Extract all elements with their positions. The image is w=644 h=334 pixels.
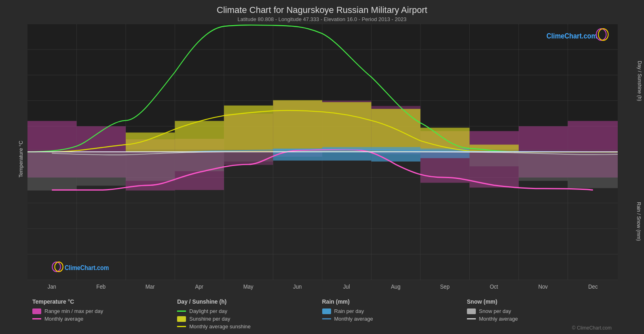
svg-text:Feb: Feb bbox=[96, 283, 106, 290]
legend-rain-avg: Monthly average bbox=[322, 316, 467, 322]
chart-svg: 50 40 30 20 10 0 -10 -20 -30 -40 -50 bbox=[27, 24, 618, 294]
svg-text:Nov: Nov bbox=[538, 283, 548, 290]
svg-rect-40 bbox=[322, 102, 371, 152]
svg-rect-36 bbox=[126, 132, 175, 152]
svg-text:Aug: Aug bbox=[391, 283, 401, 290]
legend-daylight-label: Daylight per day bbox=[189, 308, 227, 314]
chart-title: Climate Chart for Nagurskoye Russian Mil… bbox=[0, 5, 644, 15]
legend-daylight: Daylight per day bbox=[177, 308, 322, 314]
y-axis-left-title: Temperature °C bbox=[18, 140, 24, 177]
legend-snow-bar: Snow per day bbox=[467, 308, 612, 314]
watermark-top: ClimeChart.com bbox=[547, 32, 597, 40]
svg-text:Apr: Apr bbox=[195, 283, 203, 290]
svg-text:May: May bbox=[243, 283, 254, 290]
legend-snow: Snow (mm) Snow per day Monthly average ©… bbox=[467, 298, 612, 331]
chart-header: Climate Chart for Nagurskoye Russian Mil… bbox=[0, 0, 644, 24]
legend-rain-label: Rain per day bbox=[334, 308, 364, 314]
legend-snow-title: Snow (mm) bbox=[467, 298, 612, 305]
snow-bars bbox=[27, 149, 618, 280]
legend-temp-avg-line bbox=[32, 318, 41, 319]
watermark-bottom-left: ClimeChart.com bbox=[65, 264, 109, 271]
main-container: Climate Chart for Nagurskoye Russian Mil… bbox=[0, 0, 644, 334]
legend-temp-range-swatch bbox=[32, 308, 41, 314]
y-axis-right-sunshine-title: Day / Sunshine (h) bbox=[636, 61, 642, 101]
legend-snow-avg-label: Monthly average bbox=[479, 316, 518, 322]
legend-temp-range-label: Range min / max per day bbox=[44, 308, 103, 314]
legend-sunshine-avg-line bbox=[177, 326, 186, 327]
y-axis-right-rainsnow-title: Rain / Snow (mm) bbox=[636, 202, 642, 241]
legend-snow-avg: Monthly average bbox=[467, 316, 612, 322]
legend-sunshine-bar: Sunshine per day bbox=[177, 316, 322, 322]
legend-daylight-line bbox=[177, 311, 186, 312]
svg-rect-55 bbox=[371, 147, 420, 162]
legend-temp-avg: Monthly average bbox=[32, 316, 177, 322]
legend-rain-title: Rain (mm) bbox=[322, 298, 467, 305]
copyright: © ClimeChart.com bbox=[467, 325, 612, 331]
legend-snow-swatch bbox=[467, 308, 476, 314]
legend-sunshine-avg: Monthly average sunshine bbox=[177, 323, 322, 330]
legend-snow-avg-line bbox=[467, 318, 476, 319]
legend-area: Temperature °C Range min / max per day M… bbox=[0, 294, 644, 334]
legend-sunshine: Day / Sunshine (h) Daylight per day Suns… bbox=[177, 298, 322, 331]
legend-temp-title: Temperature °C bbox=[32, 298, 177, 305]
legend-sunshine-title: Day / Sunshine (h) bbox=[177, 298, 322, 305]
svg-rect-37 bbox=[175, 121, 224, 152]
legend-rain-swatch bbox=[322, 308, 331, 314]
legend-rain-bar: Rain per day bbox=[322, 308, 467, 314]
legend-temp: Temperature °C Range min / max per day M… bbox=[32, 298, 177, 331]
legend-sunshine-label: Sunshine per day bbox=[189, 316, 230, 322]
legend-snow-per-day-label: Snow per day bbox=[479, 308, 511, 314]
legend-sunshine-avg-label: Monthly average sunshine bbox=[189, 323, 251, 330]
svg-text:Jun: Jun bbox=[293, 283, 302, 290]
svg-text:Jul: Jul bbox=[343, 283, 350, 290]
svg-rect-42 bbox=[420, 128, 469, 152]
legend-temp-range: Range min / max per day bbox=[32, 308, 177, 314]
legend-temp-avg-label: Monthly average bbox=[44, 316, 83, 322]
x-axis-labels: Jan Feb Mar Apr May Jun Jul Aug Sep Oct … bbox=[48, 283, 598, 290]
svg-text:Jan: Jan bbox=[48, 283, 56, 290]
svg-text:Dec: Dec bbox=[588, 283, 598, 290]
chart-subtitle: Latitude 80.808 - Longitude 47.333 - Ele… bbox=[0, 16, 644, 22]
legend-rain-avg-line bbox=[322, 318, 331, 319]
svg-text:Sep: Sep bbox=[440, 283, 450, 290]
svg-text:Mar: Mar bbox=[146, 283, 155, 290]
legend-rain: Rain (mm) Rain per day Monthly average bbox=[322, 298, 467, 331]
legend-sunshine-swatch bbox=[177, 316, 186, 322]
legend-rain-avg-label: Monthly average bbox=[334, 316, 373, 322]
svg-rect-39 bbox=[273, 100, 322, 152]
svg-rect-52 bbox=[27, 149, 618, 280]
svg-rect-41 bbox=[371, 109, 420, 152]
svg-text:Oct: Oct bbox=[490, 283, 498, 290]
